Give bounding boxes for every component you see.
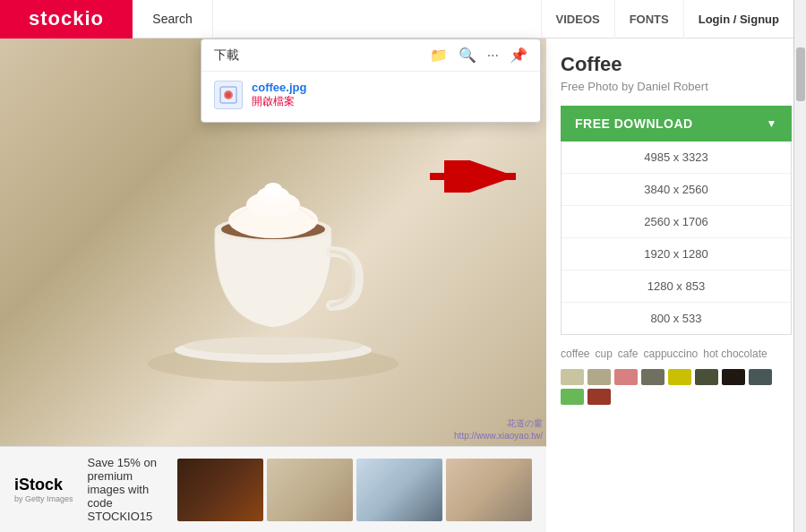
coffee-cup-svg — [143, 86, 403, 399]
nav-videos[interactable]: VIDEOS — [541, 0, 614, 39]
more-icon[interactable]: ··· — [487, 47, 499, 64]
scrollbar-top — [793, 0, 806, 39]
download-btn-label: FREE DOWNLOAD — [575, 116, 693, 131]
tag-cup[interactable]: cup — [595, 348, 612, 360]
nav-login[interactable]: Login / Signup — [683, 0, 793, 39]
size-option-0[interactable]: 4985 x 3323 — [562, 142, 791, 174]
main-scrollbar[interactable] — [793, 39, 806, 532]
thumbnail-1[interactable] — [177, 459, 263, 521]
swatch-4[interactable] — [668, 369, 691, 385]
swatch-0[interactable] — [561, 369, 584, 385]
file-name[interactable]: coffee.jpg — [252, 81, 306, 94]
swatch-6[interactable] — [722, 369, 745, 385]
istock-promo-text: Save 15% on premium images with code STO… — [88, 456, 163, 523]
swatch-9[interactable] — [587, 389, 611, 405]
tag-coffee[interactable]: coffee — [561, 348, 589, 360]
thumbnail-3[interactable] — [356, 459, 442, 521]
svg-point-2 — [184, 337, 363, 355]
file-info: coffee.jpg 開啟檔案 — [252, 81, 306, 109]
main-content: 花道の窗 http://www.xiaoyao.tw/ iStock by Ge… — [0, 39, 806, 532]
istock-sub: by Getty Images — [14, 494, 73, 503]
search-button[interactable]: Search — [133, 0, 213, 39]
logo[interactable]: stockio — [0, 0, 133, 39]
tag-cafe[interactable]: cafe — [618, 348, 639, 360]
free-download-button[interactable]: FREE DOWNLOAD ▼ — [561, 106, 792, 142]
istock-logo: iStock by Getty Images — [14, 476, 73, 503]
pin-icon[interactable]: 📌 — [510, 47, 527, 64]
swatch-7[interactable] — [749, 369, 772, 385]
swatch-3[interactable] — [641, 369, 665, 385]
istock-name: iStock — [14, 476, 63, 494]
tag-cappuccino[interactable]: cappuccino — [644, 348, 699, 360]
photo-title: Coffee — [561, 53, 792, 76]
size-option-1[interactable]: 3840 x 2560 — [562, 174, 791, 206]
thumbnail-row — [177, 459, 532, 521]
search-icon[interactable]: 🔍 — [459, 47, 476, 64]
header: stockio Search VIDEOS FONTS Login / Sign… — [0, 0, 806, 39]
size-option-3[interactable]: 1920 x 1280 — [562, 238, 791, 270]
swatch-1[interactable] — [587, 369, 611, 385]
file-action[interactable]: 開啟檔案 — [252, 94, 306, 109]
file-icon — [214, 81, 243, 109]
browser-dl-title: 下載 — [214, 47, 239, 64]
browser-dl-icons: 📁 🔍 ··· 📌 — [430, 47, 527, 64]
size-option-2[interactable]: 2560 x 1706 — [562, 206, 791, 238]
tag-hot-chocolate[interactable]: hot chocolate — [703, 348, 767, 360]
svg-point-13 — [226, 92, 231, 98]
browser-dl-header: 下載 📁 🔍 ··· 📌 — [202, 39, 540, 72]
tags: coffee cup cafe cappuccino hot chocolate — [561, 348, 792, 360]
photo-credit: Free Photo by Daniel Robert — [561, 80, 792, 93]
size-option-4[interactable]: 1280 x 853 — [562, 270, 791, 303]
nav-fonts[interactable]: FONTS — [614, 0, 683, 39]
thumbnail-2[interactable] — [267, 459, 353, 521]
istock-banner: iStock by Getty Images Save 15% on premi… — [0, 446, 546, 532]
swatch-5[interactable] — [695, 369, 718, 385]
color-swatches — [561, 369, 792, 405]
scrollbar-thumb[interactable] — [796, 47, 805, 101]
folder-icon[interactable]: 📁 — [430, 47, 448, 64]
size-option-5[interactable]: 800 x 533 — [562, 303, 791, 334]
swatch-2[interactable] — [614, 369, 638, 385]
swatch-8[interactable] — [561, 389, 584, 405]
thumbnail-4[interactable] — [446, 459, 532, 521]
right-panel: Coffee Free Photo by Daniel Robert FREE … — [546, 39, 806, 532]
browser-download-overlay: 下載 📁 🔍 ··· 📌 coffee.jpg 開啟檔案 — [201, 39, 541, 123]
svg-point-8 — [264, 183, 282, 195]
browser-dl-file: coffee.jpg 開啟檔案 — [202, 72, 540, 122]
download-arrow: ▼ — [767, 117, 777, 130]
size-options: 4985 x 3323 3840 x 2560 2560 x 1706 1920… — [561, 142, 792, 335]
